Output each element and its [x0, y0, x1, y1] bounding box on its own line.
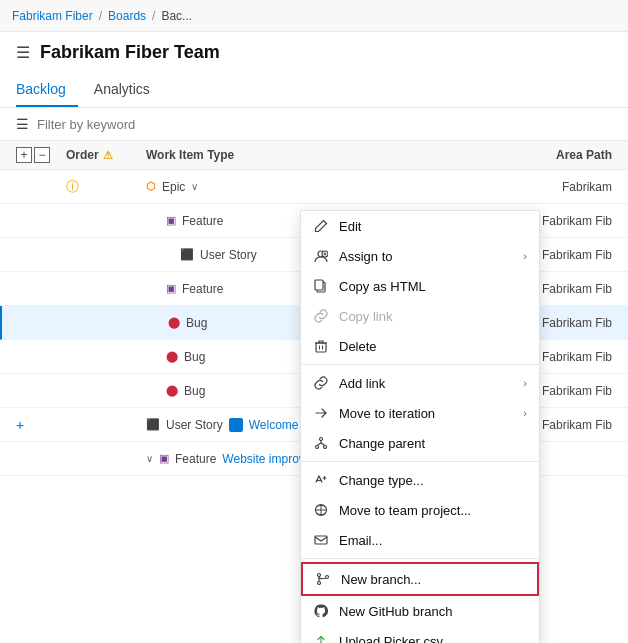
upload-icon	[313, 633, 329, 643]
breadcrumb: Fabrikam Fiber / Boards / Bac...	[0, 0, 628, 32]
github-icon	[313, 603, 329, 619]
move-iter-icon	[313, 405, 329, 421]
move-project-icon	[313, 502, 329, 518]
menu-divider	[301, 364, 539, 365]
menu-new-github-branch-label: New GitHub branch	[339, 604, 527, 619]
expand-plus-button[interactable]: +	[16, 417, 24, 433]
bug-icon: ⬤	[166, 350, 178, 363]
breadcrumb-sep-1: /	[99, 9, 102, 23]
table-header: + − Order ⚠ Work Item Type Area Path	[0, 141, 628, 170]
menu-edit-label: Edit	[339, 219, 527, 234]
svg-point-6	[316, 446, 319, 449]
edit-icon	[313, 218, 329, 234]
row-order: ⓘ	[66, 178, 146, 196]
row-area: Fabrikam	[512, 180, 612, 194]
menu-copy-link-label: Copy link	[339, 309, 527, 324]
breadcrumb-current: Bac...	[161, 9, 192, 23]
svg-point-10	[318, 574, 321, 577]
menu-copy-html-label: Copy as HTML	[339, 279, 527, 294]
submenu-arrow-icon: ›	[523, 377, 527, 389]
page-header: ☰ Fabrikam Fiber Team	[0, 32, 628, 73]
menu-divider	[301, 558, 539, 559]
filter-bar: ☰	[0, 108, 628, 141]
menu-item-copy-html[interactable]: Copy as HTML	[301, 271, 539, 301]
menu-delete-label: Delete	[339, 339, 527, 354]
menu-item-add-link[interactable]: Add link ›	[301, 368, 539, 398]
remove-row-button[interactable]: −	[34, 147, 50, 163]
menu-item-new-github-branch[interactable]: New GitHub branch	[301, 596, 539, 626]
search-input[interactable]	[37, 117, 237, 132]
menu-change-type-label: Change type...	[339, 473, 527, 488]
hamburger-icon[interactable]: ☰	[16, 43, 30, 62]
feature-icon: ▣	[166, 282, 176, 295]
svg-rect-3	[315, 280, 323, 290]
menu-item-upload-picker[interactable]: Upload Picker csv	[301, 626, 539, 643]
assign-icon	[313, 248, 329, 264]
menu-item-move-project[interactable]: Move to team project...	[301, 495, 539, 525]
menu-upload-picker-label: Upload Picker csv	[339, 634, 527, 644]
filter-icon: ☰	[16, 116, 29, 132]
delete-icon	[313, 338, 329, 354]
svg-point-12	[326, 576, 329, 579]
menu-move-project-label: Move to team project...	[339, 503, 527, 518]
menu-change-parent-label: Change parent	[339, 436, 527, 451]
svg-point-7	[324, 446, 327, 449]
menu-add-link-label: Add link	[339, 376, 513, 391]
link-icon	[313, 308, 329, 324]
menu-item-new-branch[interactable]: New branch...	[301, 562, 539, 596]
th-area-path: Area Path	[512, 148, 612, 162]
change-parent-icon	[313, 435, 329, 451]
submenu-arrow-icon: ›	[523, 250, 527, 262]
change-type-icon	[313, 472, 329, 488]
submenu-arrow-icon: ›	[523, 407, 527, 419]
item-icon	[229, 418, 243, 432]
bug-icon: ⬤	[168, 316, 180, 329]
menu-item-copy-link: Copy link	[301, 301, 539, 331]
user-story-icon: ⬛	[180, 248, 194, 261]
breadcrumb-item-boards[interactable]: Boards	[108, 9, 146, 23]
email-icon	[313, 532, 329, 548]
th-add-remove: + −	[16, 147, 66, 163]
row-type: ⬡ Epic ∨	[146, 180, 512, 194]
svg-point-5	[320, 438, 323, 441]
order-warning-icon: ⚠	[103, 149, 113, 162]
add-row-button[interactable]: +	[16, 147, 32, 163]
menu-new-branch-label: New branch...	[341, 572, 525, 587]
epic-icon: ⬡	[146, 180, 156, 193]
menu-email-label: Email...	[339, 533, 527, 548]
th-order: Order ⚠	[66, 148, 146, 162]
context-menu: Edit Assign to › Copy as HTML	[300, 210, 540, 643]
page-title: Fabrikam Fiber Team	[40, 42, 220, 63]
menu-assign-label: Assign to	[339, 249, 513, 264]
tab-analytics[interactable]: Analytics	[94, 73, 162, 107]
row-warning-icon: ⓘ	[66, 179, 79, 194]
menu-item-edit[interactable]: Edit	[301, 211, 539, 241]
menu-item-assign-to[interactable]: Assign to ›	[301, 241, 539, 271]
row-indent: +	[16, 417, 66, 433]
th-work-item-type: Work Item Type	[146, 148, 512, 162]
breadcrumb-item-fabrikam[interactable]: Fabrikam Fiber	[12, 9, 93, 23]
breadcrumb-sep-2: /	[152, 9, 155, 23]
feature-icon: ▣	[159, 452, 169, 465]
user-story-icon: ⬛	[146, 418, 160, 431]
svg-point-11	[318, 582, 321, 585]
chevron-down-icon[interactable]: ∨	[191, 181, 198, 192]
tab-backlog[interactable]: Backlog	[16, 73, 78, 107]
table-row: ⓘ ⬡ Epic ∨ Fabrikam	[0, 170, 628, 204]
menu-item-move-iteration[interactable]: Move to iteration ›	[301, 398, 539, 428]
menu-item-email[interactable]: Email...	[301, 525, 539, 555]
menu-item-delete[interactable]: Delete	[301, 331, 539, 361]
add-link-icon	[313, 375, 329, 391]
svg-rect-4	[316, 343, 326, 352]
bug-icon: ⬤	[166, 384, 178, 397]
menu-move-iteration-label: Move to iteration	[339, 406, 513, 421]
feature-icon: ▣	[166, 214, 176, 227]
new-branch-icon	[315, 571, 331, 587]
chevron-down-icon[interactable]: ∨	[146, 453, 153, 464]
menu-item-change-parent[interactable]: Change parent	[301, 428, 539, 458]
menu-divider	[301, 461, 539, 462]
copy-icon	[313, 278, 329, 294]
menu-item-change-type[interactable]: Change type...	[301, 465, 539, 495]
svg-rect-9	[315, 536, 327, 544]
tab-bar: Backlog Analytics	[0, 73, 628, 108]
